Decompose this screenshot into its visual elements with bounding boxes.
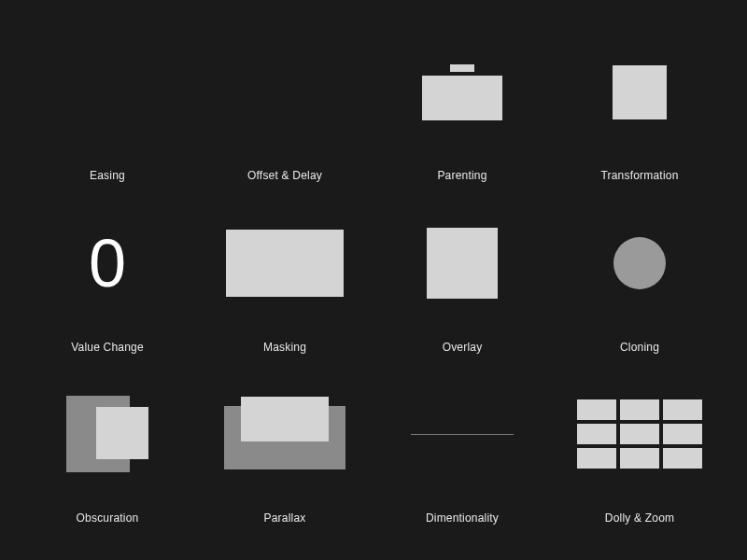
dolly-zoom-visual: [551, 371, 728, 498]
dimensionality-line-icon: [411, 434, 514, 435]
principle-obscuration: Obscuration: [19, 371, 196, 541]
overlay-label: Overlay: [443, 341, 483, 354]
dimensionality-visual: [374, 371, 551, 498]
value-change-label: Value Change: [71, 341, 144, 354]
dolly-cell-icon: [620, 424, 659, 444]
principle-dolly-zoom: Dolly & Zoom: [551, 371, 728, 541]
offset-delay-label: Offset & Delay: [247, 169, 322, 182]
dolly-zoom-grid-icon: [577, 399, 702, 469]
offset-delay-visual: [196, 28, 374, 156]
cloning-visual: [551, 199, 728, 327]
transformation-visual: [551, 28, 728, 156]
principle-parallax: Parallax: [196, 371, 374, 541]
masking-visual: [196, 199, 374, 327]
dolly-cell-icon: [577, 399, 616, 420]
dolly-cell-icon: [620, 399, 659, 420]
principle-value-change: 0 Value Change: [19, 199, 196, 370]
dimensionality-label: Dimentionality: [426, 511, 499, 525]
transformation-label: Transformation: [600, 169, 678, 182]
parenting-visual: [374, 28, 551, 156]
parenting-large-rect-icon: [422, 76, 502, 120]
principle-dimensionality: Dimentionality: [374, 371, 551, 541]
parallax-front-rect-icon: [241, 397, 329, 441]
easing-visual: [19, 28, 196, 156]
principle-cloning: Cloning: [551, 199, 728, 370]
transformation-square-icon: [613, 65, 667, 119]
principle-overlay: Overlay: [374, 199, 551, 370]
value-change-visual: 0: [19, 199, 196, 327]
easing-label: Easing: [90, 169, 125, 182]
obscuration-label: Obscuration: [77, 511, 139, 525]
principle-masking: Masking: [196, 199, 374, 370]
principle-easing: Easing: [19, 28, 196, 199]
obscuration-front-rect-icon: [96, 407, 148, 459]
principles-grid: Easing Offset & Delay Parenting Transfor…: [0, 0, 747, 560]
dolly-cell-icon: [577, 424, 616, 444]
cloning-label: Cloning: [620, 341, 659, 354]
dolly-cell-icon: [620, 448, 659, 469]
dolly-zoom-label: Dolly & Zoom: [605, 511, 674, 525]
dolly-cell-icon: [577, 448, 616, 469]
overlay-visual: [374, 199, 551, 327]
obscuration-visual: [19, 371, 196, 498]
principle-transformation: Transformation: [551, 28, 728, 199]
masking-label: Masking: [263, 341, 306, 354]
overlay-square-icon: [427, 228, 498, 299]
value-change-number: 0: [89, 230, 126, 297]
parallax-visual: [196, 371, 374, 498]
dolly-cell-icon: [663, 399, 702, 420]
dolly-cell-icon: [663, 448, 702, 469]
principle-offset-delay: Offset & Delay: [196, 28, 374, 199]
dolly-cell-icon: [663, 424, 702, 444]
parallax-label: Parallax: [264, 511, 306, 525]
cloning-circle-icon: [613, 237, 666, 289]
parenting-small-rect-icon: [450, 64, 474, 72]
parenting-label: Parenting: [437, 169, 486, 182]
masking-rect-icon: [226, 230, 344, 297]
principle-parenting: Parenting: [374, 28, 551, 199]
